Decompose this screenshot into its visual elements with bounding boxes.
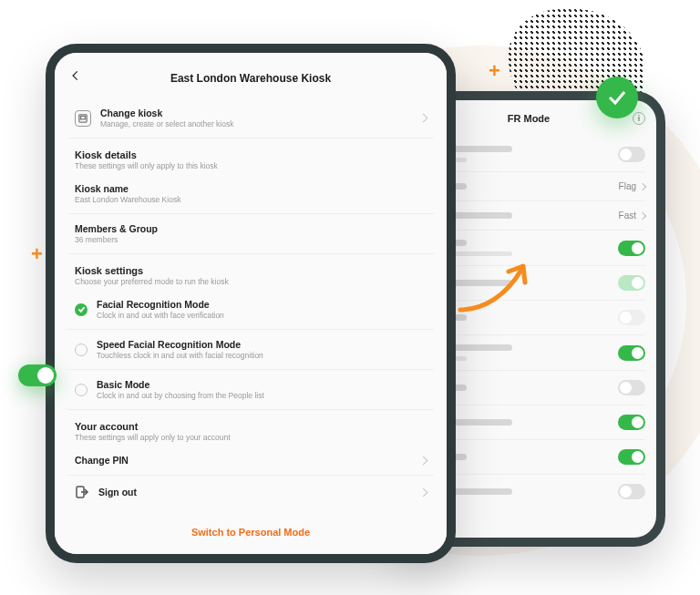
section-sub: Choose your preferred mode to run the ki… [75, 277, 427, 286]
floating-toggle-icon [18, 364, 57, 386]
back-button[interactable] [69, 69, 82, 82]
switch-mode-button[interactable]: Switch to Personal Mode [55, 510, 447, 554]
section-title: Kiosk details [75, 149, 427, 160]
svg-rect-1 [81, 116, 86, 118]
section-kiosk-details: Kiosk details These settings will only a… [67, 138, 434, 174]
plus-icon: + [489, 59, 500, 83]
toggle[interactable] [618, 484, 645, 499]
row-label: Kiosk name [75, 183, 427, 194]
row-label: Change kiosk [100, 108, 411, 118]
section-kiosk-settings: Kiosk settings Choose your preferred mod… [67, 254, 434, 290]
chevron-right-icon [639, 182, 646, 190]
toggle[interactable] [618, 147, 645, 162]
plus-icon: + [31, 242, 43, 266]
chevron-right-icon [419, 114, 428, 123]
radio-selected-icon [75, 303, 88, 316]
toggle[interactable] [618, 241, 645, 256]
row-label: Speed Facial Recognition Mode [97, 339, 427, 350]
arrow-icon [456, 255, 538, 319]
section-title: Your account [75, 421, 427, 432]
row-label: Change PIN [75, 455, 411, 466]
row-sub: East London Warehouse Kiosk [75, 195, 427, 204]
section-sub: These settings will only apply to this k… [75, 161, 427, 170]
mode-speed-facial-recognition[interactable]: Speed Facial Recognition Mode Touchless … [67, 330, 434, 370]
back-row-value: Fast [619, 210, 636, 221]
chevron-right-icon [639, 211, 646, 219]
kiosk-name-row[interactable]: Kiosk name East London Warehouse Kiosk [67, 174, 434, 214]
row-label: Members & Group [75, 223, 427, 234]
radio-unselected-icon [75, 344, 88, 356]
toggle[interactable] [618, 275, 645, 291]
change-pin-row[interactable]: Change PIN [67, 446, 434, 476]
success-check-badge [596, 77, 638, 118]
toggle[interactable] [618, 380, 645, 395]
section-title: Kiosk settings [75, 265, 427, 276]
change-kiosk-row[interactable]: Change kiosk Manage, create or select an… [67, 98, 434, 138]
row-sub: Clock in and out with face verification [97, 311, 427, 320]
mode-facial-recognition[interactable]: Facial Recognition Mode Clock in and out… [67, 290, 434, 330]
kiosk-icon [75, 110, 91, 127]
section-sub: These settings will apply only to your a… [75, 433, 427, 442]
members-group-row[interactable]: Members & Group 36 members [67, 214, 434, 254]
sign-out-row[interactable]: Sign out [67, 476, 434, 508]
row-sub: Manage, create or select another kiosk [100, 119, 411, 128]
back-row-value: Flag [619, 181, 636, 191]
row-label: Basic Mode [97, 379, 427, 390]
switch-mode-label: Switch to Personal Mode [191, 527, 310, 538]
row-sub: Clock in and out by choosing from the Pe… [97, 391, 427, 400]
chevron-right-icon [419, 487, 428, 497]
sign-out-icon [75, 485, 89, 499]
section-your-account: Your account These settings will apply o… [67, 410, 434, 446]
front-device-frame: East London Warehouse Kiosk Change kiosk… [46, 44, 456, 563]
row-label: Facial Recognition Mode [97, 299, 427, 310]
back-title: FR Mode [508, 113, 550, 124]
page-title: East London Warehouse Kiosk [170, 72, 331, 85]
info-icon[interactable]: i [633, 112, 645, 125]
row-sub: 36 members [75, 235, 427, 244]
chevron-right-icon [419, 456, 428, 465]
toggle[interactable] [618, 415, 645, 430]
toggle[interactable] [618, 449, 645, 465]
mode-basic[interactable]: Basic Mode Clock in and out by choosing … [67, 370, 434, 410]
toggle[interactable] [618, 310, 645, 325]
toggle[interactable] [618, 345, 645, 361]
row-label: Sign out [98, 487, 411, 498]
row-sub: Touchless clock in and out with facial r… [97, 351, 427, 360]
radio-unselected-icon [75, 384, 88, 396]
